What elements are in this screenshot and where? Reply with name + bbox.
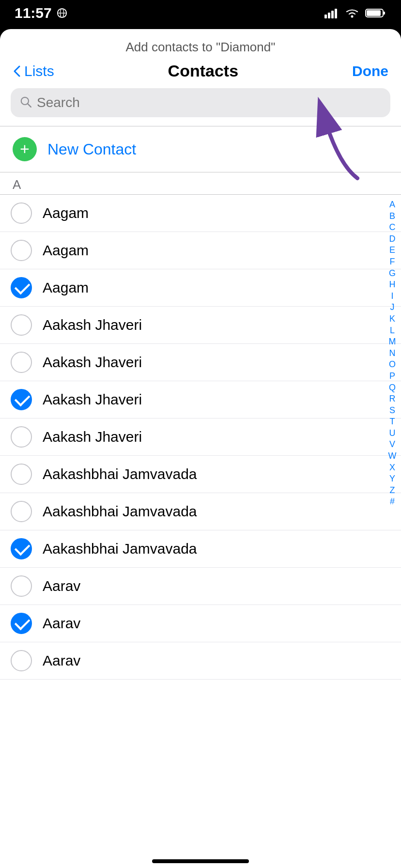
status-time: 11:57 (15, 5, 67, 21)
battery-icon (365, 8, 386, 18)
svg-rect-9 (383, 12, 385, 15)
svg-point-7 (351, 16, 354, 18)
contact-name: Aakashbhai Jamvavada (43, 466, 197, 482)
contact-radio[interactable] (11, 501, 32, 522)
home-indicator (152, 859, 249, 863)
status-bar: 11:57 (0, 0, 401, 26)
alpha-index-letter[interactable]: N (389, 348, 396, 359)
search-icon (19, 95, 32, 110)
svg-line-13 (28, 104, 31, 107)
alpha-index-letter[interactable]: T (390, 417, 395, 427)
contact-row[interactable]: Aarav (0, 642, 401, 680)
new-contact-label: New Contact (47, 140, 136, 158)
nav-bar: Lists Contacts Done (0, 55, 401, 85)
contact-radio[interactable] (11, 538, 32, 559)
modal-subtitle: Add contacts to "Diamond" (0, 29, 401, 55)
contact-row[interactable]: Aarav (0, 605, 401, 642)
contact-name: Aakash Jhaveri (43, 391, 142, 408)
contact-row[interactable]: Aagam (0, 269, 401, 307)
contact-row[interactable]: Aakash Jhaveri (0, 381, 401, 418)
alpha-index-letter[interactable]: V (389, 439, 395, 450)
alpha-index-letter[interactable]: # (390, 496, 395, 507)
wifi-icon (345, 8, 359, 18)
svg-rect-3 (324, 15, 327, 18)
signal-icon (324, 8, 339, 18)
main-card: Add contacts to "Diamond" Lists Contacts… (0, 29, 401, 868)
alpha-index-letter[interactable]: L (390, 326, 395, 336)
contact-name: Aagam (43, 205, 89, 221)
contact-radio[interactable] (11, 277, 32, 298)
search-bar[interactable] (11, 88, 390, 117)
contact-name: Aagam (43, 242, 89, 259)
contact-radio[interactable] (11, 202, 32, 224)
search-input[interactable] (37, 95, 382, 110)
alpha-index-letter[interactable]: F (390, 257, 395, 267)
alpha-index-letter[interactable]: D (389, 234, 396, 245)
contact-name: Aagam (43, 279, 89, 296)
alpha-index-letter[interactable]: C (389, 222, 396, 233)
alpha-index-letter[interactable]: U (389, 428, 396, 439)
alpha-index-letter[interactable]: Z (390, 485, 395, 496)
alpha-index-letter[interactable]: S (389, 405, 395, 416)
back-button[interactable]: Lists (13, 63, 54, 79)
alpha-index[interactable]: ABCDEFGHIJKLMNOPQRSTUVWXYZ# (384, 195, 401, 507)
chevron-left-icon (13, 64, 21, 78)
contact-row[interactable]: Aarav (0, 568, 401, 605)
contact-name: Aarav (43, 615, 80, 632)
contact-name: Aakash Jhaveri (43, 317, 142, 333)
alpha-index-letter[interactable]: P (389, 371, 395, 382)
contact-radio[interactable] (11, 240, 32, 261)
contact-list: AagamAagamAagamAakash JhaveriAakash Jhav… (0, 195, 401, 680)
contact-radio[interactable] (11, 464, 32, 485)
alpha-index-letter[interactable]: O (389, 359, 396, 370)
contact-name: Aakash Jhaveri (43, 354, 142, 371)
contact-row[interactable]: Aagam (0, 195, 401, 232)
contact-name: Aakash Jhaveri (43, 429, 142, 445)
contact-row[interactable]: Aakashbhai Jamvavada (0, 493, 401, 530)
contact-row[interactable]: Aakash Jhaveri (0, 418, 401, 456)
alpha-index-letter[interactable]: E (389, 245, 395, 256)
done-button[interactable]: Done (352, 63, 388, 79)
contact-row[interactable]: Aakash Jhaveri (0, 307, 401, 344)
contact-name: Aakashbhai Jamvavada (43, 541, 197, 557)
svg-rect-10 (367, 10, 381, 16)
alpha-index-letter[interactable]: H (389, 279, 396, 290)
contact-radio[interactable] (11, 426, 32, 448)
alpha-index-letter[interactable]: J (390, 302, 395, 313)
status-icons (324, 8, 386, 18)
contact-row[interactable]: Aagam (0, 232, 401, 269)
new-contact-plus-icon: + (13, 137, 37, 161)
contact-radio[interactable] (11, 650, 32, 671)
alpha-index-letter[interactable]: I (391, 291, 393, 302)
contact-row[interactable]: Aakashbhai Jamvavada (0, 530, 401, 568)
alpha-index-letter[interactable]: W (388, 451, 397, 462)
section-header-a: A (0, 172, 401, 194)
contact-row[interactable]: Aakashbhai Jamvavada (0, 456, 401, 493)
contact-row[interactable]: Aakash Jhaveri (0, 344, 401, 381)
alpha-index-letter[interactable]: Q (389, 383, 396, 393)
contact-radio[interactable] (11, 575, 32, 597)
alpha-index-letter[interactable]: A (389, 200, 395, 210)
contact-radio[interactable] (11, 389, 32, 410)
new-contact-row[interactable]: + New Contact (0, 126, 401, 172)
svg-rect-5 (331, 11, 334, 18)
alpha-index-letter[interactable]: G (389, 268, 396, 279)
contact-name: Aakashbhai Jamvavada (43, 503, 197, 520)
svg-rect-6 (335, 9, 337, 18)
svg-rect-4 (328, 13, 330, 18)
alpha-index-letter[interactable]: X (389, 463, 395, 473)
page-title: Contacts (168, 62, 238, 80)
contact-name: Aarav (43, 652, 80, 669)
alpha-index-letter[interactable]: M (389, 337, 396, 347)
globe-icon (57, 8, 67, 18)
alpha-index-letter[interactable]: Y (389, 474, 395, 484)
alpha-index-letter[interactable]: R (389, 394, 396, 404)
contact-radio[interactable] (11, 352, 32, 373)
contact-radio[interactable] (11, 314, 32, 336)
contact-radio[interactable] (11, 613, 32, 634)
alpha-index-letter[interactable]: K (389, 314, 395, 325)
alpha-index-letter[interactable]: B (389, 211, 395, 222)
contact-name: Aarav (43, 578, 80, 594)
